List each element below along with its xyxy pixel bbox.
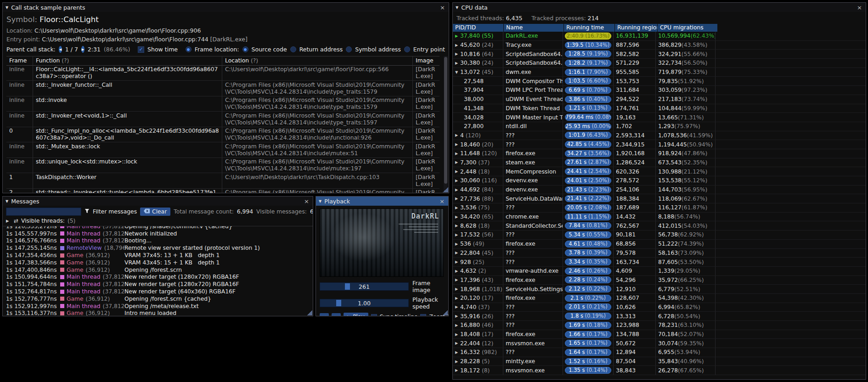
cpu-process-row[interactable]: ▶22,804 (45)???3.78 s (0.39%)79,57858,16… [453, 249, 866, 258]
expand-arrow-icon[interactable]: ▶ [455, 61, 460, 65]
expand-arrow-icon[interactable]: ▼ [455, 70, 460, 74]
callstack-frame-row[interactable]: inlinestd::_Mutex_base::lockC:\Program F… [6, 142, 440, 158]
cpu-process-row[interactable]: ▶928 (25)???3.34 s (0.35%)163,73487,605 … [453, 258, 866, 267]
close-icon[interactable]: × [856, 5, 863, 11]
callstack-frame-row[interactable]: 2std::thread::_Invoke<std::tuple<<lambda… [6, 189, 440, 193]
expand-arrow-icon[interactable]: ▶ [455, 206, 460, 210]
cpu-process-row[interactable]: ▶18,968 (1,018)ServiceHub.SettingsHost.e… [453, 285, 866, 294]
expand-arrow-icon[interactable]: ▶ [455, 350, 460, 354]
frame-image-slider[interactable]: 261 [320, 282, 409, 291]
next-callstack-button[interactable]: ▶ [81, 46, 85, 53]
playback-titlebar[interactable]: ▼ Playback × [316, 197, 448, 206]
cpu-process-row[interactable]: ▶2,448 (18)MemCompression24.41 s (2.54%)… [453, 167, 866, 176]
expand-arrow-icon[interactable]: ▶ [455, 242, 460, 246]
messages-titlebar[interactable]: ▼ Messages × [3, 197, 313, 206]
cpu-process-row[interactable]: ▶8,628 (18)StandardCollector.Service.exe… [453, 221, 866, 230]
expand-arrow-icon[interactable]: ▶ [455, 233, 460, 237]
expand-arrow-icon[interactable]: ▶ [455, 197, 460, 201]
cpu-process-row[interactable]: ▶16,332 (982)???1.64 s (0.17%)12,8946,95… [453, 348, 866, 357]
message-row[interactable]: 1s 153,116,377nsGame(36,912)Intro menu l… [6, 310, 313, 316]
cpu-process-row[interactable]: ▶7,300 (37)steam.exe27.61 s (2.87%)1,286… [453, 158, 866, 168]
cpu-process-row[interactable]: ▶18,172 (8)msvsmon.exe1.35 s (0.14%)38,8… [453, 366, 866, 375]
expand-arrow-icon[interactable]: ▶ [455, 251, 460, 255]
expand-arrow-icon[interactable]: ▶ [455, 296, 460, 300]
prev-callstack-button[interactable]: ◀ [59, 46, 62, 53]
playback-speed-slider[interactable]: 1.00 [320, 299, 409, 307]
callstack-frame-row[interactable]: 0std::_Func_impl_no_alloc<<lambda_5bc224… [6, 127, 440, 143]
message-row[interactable]: 1s 147,383,566nsGame(36,912)VRAM 43x45: … [6, 259, 313, 266]
play-button[interactable]: ▶ Play [344, 313, 368, 316]
callstack-scrollbar[interactable] [444, 56, 448, 191]
close-icon[interactable]: × [439, 5, 446, 11]
expand-arrow-icon[interactable]: ▶ [455, 152, 460, 156]
treenode-arrow-icon[interactable]: ▶ [6, 219, 11, 223]
cpu-process-row[interactable]: ▶27,736 (88)ServiceHub.DataWarehouseHost… [453, 194, 866, 203]
cpu-process-row[interactable]: 41,348DWM Token Thread1.21 s (0.13%)174,… [453, 104, 866, 113]
sync-timeline-checkbox[interactable]: ✓ [371, 314, 377, 316]
speed-slider-handle[interactable] [336, 300, 341, 306]
expand-arrow-icon[interactable]: ▶ [455, 287, 460, 291]
filter-input[interactable] [6, 208, 81, 216]
message-row[interactable]: 1s 145,557,997nsMain thread(37,812)Netwo… [6, 230, 313, 237]
expand-arrow-icon[interactable]: ▶ [455, 133, 460, 137]
cpu-process-row[interactable]: 27,548DWM Compositor Thread1:03.5 (6.60%… [453, 77, 866, 86]
expand-arrow-icon[interactable]: ▶ [455, 169, 460, 174]
expand-arrow-icon[interactable]: ▶ [455, 323, 460, 327]
cpu-process-row[interactable]: ▶10,816 (64)ScriptedSandbox64.exe1:28.5 … [453, 50, 866, 59]
radio-entry-point[interactable] [404, 46, 410, 52]
frame-slider-handle[interactable] [345, 283, 350, 290]
expand-arrow-icon[interactable]: ▶ [455, 43, 460, 47]
running-regions-column-header[interactable]: Running regions [615, 24, 657, 32]
cpu-process-row[interactable]: 37,904DWM LPC Port Thread6.69 s (0.70%)3… [453, 86, 866, 95]
callstack-frame-row[interactable]: inlineFloor::CalcLight::__l4::<lambda_5b… [6, 66, 440, 81]
cpu-process-row[interactable]: ▼13,072 (45)dwm.exe1:16.1 (7.90%)955,585… [453, 68, 866, 77]
expand-arrow-icon[interactable]: ▶ [455, 305, 460, 309]
cpu-titlebar[interactable]: ▼ CPU data × [453, 3, 866, 12]
expand-arrow-icon[interactable]: ▶ [455, 52, 460, 56]
cpu-process-row[interactable]: ▶45,620 (24)Tracy.exe1:39.5 (10.34%)887,… [453, 41, 866, 50]
message-row[interactable]: 1s 147,255,145nsRemoteView(18,796)Remote… [6, 244, 313, 252]
cpu-process-row[interactable]: ▶30,380 (24)ScriptedSandbox64.exe1:28.2 … [453, 59, 866, 68]
cpu-process-row[interactable]: ▶4,632 (2)vmware-authd.exe2.46 s (0.26%)… [453, 267, 866, 276]
expand-arrow-icon[interactable]: ▶ [455, 224, 460, 228]
cpu-migrations-column-header[interactable]: CPU migrations [658, 24, 717, 32]
expand-arrow-icon[interactable]: ▶ [455, 142, 460, 146]
next-frame-button[interactable]: ▶ [332, 313, 341, 316]
cpu-process-row[interactable]: ▶16,880 (46)???1.69 s (0.18%)123,98878,2… [453, 321, 866, 330]
expand-arrow-icon[interactable]: ▶ [455, 269, 460, 273]
expand-arrow-icon[interactable]: ▶ [455, 368, 460, 372]
pid-column-header[interactable]: PID/TID [453, 24, 503, 32]
collapse-icon[interactable]: ▼ [6, 199, 8, 203]
expand-arrow-icon[interactable]: ▶ [455, 341, 460, 345]
cpu-process-row[interactable]: ▶22,404 (12)msvsmon.exe1.65 s (0.17%)50,… [453, 339, 866, 348]
cpu-process-row[interactable]: ▶30,060 (116)devenv.exe24.01 s (2.50%)27… [453, 176, 866, 185]
expand-arrow-icon[interactable]: ▶ [455, 179, 460, 183]
radio-source-code[interactable] [242, 46, 248, 52]
cpu-process-row[interactable]: ▶44,692 (84)devenv.exe21.43 s (2.23%)254… [453, 185, 866, 195]
running-time-column-header[interactable]: Running time [564, 24, 614, 32]
zoom-checkbox[interactable]: ✓ [420, 314, 426, 316]
expand-arrow-icon[interactable]: ▶ [455, 188, 460, 192]
collapse-icon[interactable]: ▼ [6, 6, 8, 10]
location-column-header[interactable]: Location (?) [222, 56, 413, 66]
cpu-process-row[interactable]: ▶37,840 (55)DarkRL.exe2:40.9 (16.73%)16,… [453, 32, 866, 41]
expand-arrow-icon[interactable]: ▶ [455, 160, 460, 164]
radio-symbol-address[interactable] [346, 46, 352, 52]
cpu-process-row[interactable]: ▶536 (49)firefox.exe4.61 s (0.48%)68,856… [453, 240, 866, 249]
expand-arrow-icon[interactable]: ▶ [455, 314, 460, 318]
message-row[interactable]: 1s 152,776,777nsGame(36,912)Opening /for… [6, 295, 313, 303]
prev-frame-button[interactable]: ◀ [320, 313, 329, 316]
cpu-process-row[interactable]: 27,800ntdll.dll25.93 ms (0.00%)1,7021,29… [453, 122, 866, 131]
resize-grip[interactable] [307, 310, 312, 315]
collapse-icon[interactable]: ▼ [319, 199, 321, 203]
resize-grip[interactable] [443, 187, 448, 192]
collapse-icon[interactable]: ▼ [456, 6, 458, 10]
expand-arrow-icon[interactable]: ▶ [455, 34, 460, 38]
expand-arrow-icon[interactable]: ▶ [455, 360, 460, 364]
name-column-header[interactable]: Name [504, 24, 564, 32]
cpu-process-row[interactable]: ▶17,532 (56)???5.34 s (0.55%)90,18156,73… [453, 230, 866, 240]
message-row[interactable]: 1s 152,764,817nsMain thread(37,812)New r… [6, 288, 313, 295]
function-column-header[interactable]: Function (?) [33, 56, 222, 66]
callstack-frame-row[interactable]: inlinestd::_Invoker_functor::_CallC:\Pro… [6, 81, 440, 96]
message-row[interactable]: 1s 147,400,846nsGame(36,912)Opening /for… [6, 266, 313, 274]
